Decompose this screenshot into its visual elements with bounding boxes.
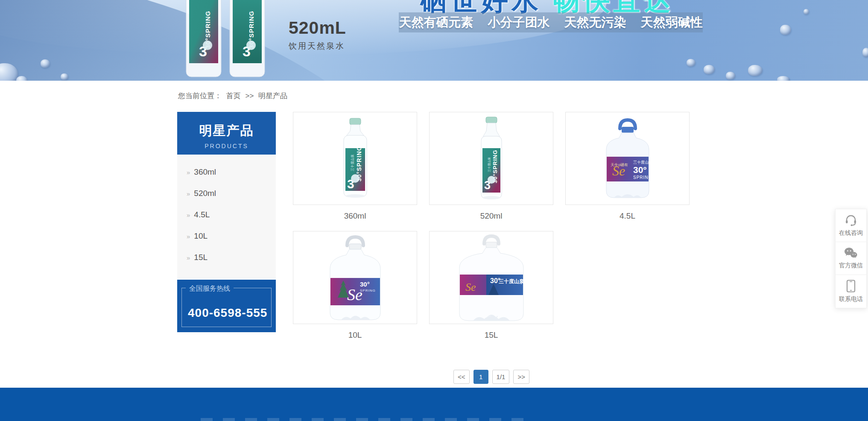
bottle-360ml-image: 30°SPRING 三十度山泉 3: [330, 117, 381, 200]
main-content: 明星产品 PRODUCTS »360ml »520ml »4.5L »10L »…: [177, 112, 690, 350]
sidebar-item-4-5l[interactable]: »4.5L: [177, 204, 276, 225]
feature-item: 小分子团水: [488, 14, 550, 31]
bottle-15l-image: Se 30° 三十度山泉: [451, 234, 532, 322]
hotline-label: 全国服务热线: [186, 284, 234, 293]
hotline-number: 400-6598-555: [188, 306, 267, 320]
phone-icon: [846, 280, 856, 292]
online-consult-label: 在线咨询: [839, 229, 863, 237]
wechat-icon: [844, 247, 858, 259]
sidebar-item-label: 4.5L: [194, 210, 210, 219]
banner-feature-bar: 天然有硒元素 小分子团水 天然无污染 天然弱碱性: [399, 12, 703, 32]
pagination: << 1 1/1 >>: [293, 370, 690, 384]
sidebar-title: 明星产品: [177, 112, 276, 140]
chevron-right-icon: »: [187, 233, 190, 240]
sidebar: 明星产品 PRODUCTS »360ml »520ml »4.5L »10L »…: [177, 112, 276, 332]
footer: [0, 388, 868, 421]
banner-bottles-image: 30°SPRING 3 30°SPRING 3: [183, 0, 268, 79]
sidebar-item-360ml[interactable]: »360ml: [177, 161, 276, 183]
sidebar-item-520ml[interactable]: »520ml: [177, 183, 276, 204]
product-grid: 30°SPRING 三十度山泉 3 360ml: [293, 112, 690, 350]
breadcrumb: 您当前位置： 首页 >> 明星产品: [0, 81, 868, 101]
chevron-right-icon: »: [187, 169, 190, 176]
product-name: 10L: [293, 324, 417, 350]
product-name: 360ml: [293, 205, 417, 231]
water-drop: [748, 65, 763, 76]
breadcrumb-label: 您当前位置：: [178, 92, 222, 100]
water-drop: [804, 9, 809, 15]
product-name: 4.5L: [565, 205, 690, 231]
sidebar-menu: »360ml »520ml »4.5L »10L »15L: [177, 155, 276, 278]
bottle-4-5l-image: Se 天生o硒有 三十度山泉 30° SPRING: [593, 116, 662, 201]
feature-item: 天然弱碱性: [641, 14, 703, 31]
banner-volume: 520mL: [289, 18, 346, 38]
product-image-360ml: 30°SPRING 三十度山泉 3: [293, 112, 417, 205]
sidebar-item-10l[interactable]: »10L: [177, 225, 276, 247]
sidebar-item-label: 360ml: [194, 167, 216, 176]
water-drop: [780, 25, 791, 35]
product-name: 15L: [429, 324, 553, 350]
pagination-first-button[interactable]: <<: [453, 370, 470, 384]
sidebar-item-15l[interactable]: »15L: [177, 247, 276, 268]
svg-text:SPRING: SPRING: [360, 289, 376, 292]
product-card-4-5l[interactable]: Se 天生o硒有 三十度山泉 30° SPRING 4.5L: [565, 112, 690, 231]
bottle-520ml-image: 30°SPRING 三十度山泉 3: [468, 116, 515, 201]
product-card-15l[interactable]: Se 30° 三十度山泉 15L: [429, 231, 553, 350]
hotline-panel: 全国服务热线 400-6598-555: [177, 280, 276, 332]
feature-item: 天然无污染: [564, 14, 626, 31]
banner-volume-caption: 饮用天然泉水: [289, 41, 346, 52]
product-image-520ml: 30°SPRING 三十度山泉 3: [429, 112, 553, 205]
banner-volume-block: 520mL 饮用天然泉水: [289, 18, 346, 52]
svg-text:天生o硒有: 天生o硒有: [611, 163, 628, 167]
svg-text:三十度山泉: 三十度山泉: [633, 160, 652, 164]
product-name: 520ml: [429, 205, 553, 231]
hero-banner: 硒世好水 畅快直达 30°SPRING 3 30°SPRING 3: [0, 0, 868, 81]
sidebar-item-label: 520ml: [194, 189, 216, 198]
svg-text:SPRING: SPRING: [633, 175, 652, 180]
breadcrumb-separator: >>: [245, 92, 254, 100]
online-consult-button[interactable]: 在线咨询: [836, 209, 866, 242]
chevron-right-icon: »: [187, 211, 190, 219]
sidebar-header: 明星产品 PRODUCTS: [177, 112, 276, 155]
footer-links-cutoff: [201, 418, 534, 421]
sidebar-subtitle: PRODUCTS: [177, 143, 276, 149]
svg-text:30°: 30°: [360, 281, 370, 288]
sidebar-item-label: 15L: [194, 253, 208, 262]
contact-phone-label: 联系电话: [839, 295, 863, 303]
floating-contact-bar: 在线咨询 官方微信 联系电话: [835, 209, 867, 308]
water-drop: [862, 48, 868, 57]
chevron-right-icon: »: [187, 190, 190, 197]
svg-text:三十度山泉: 三十度山泉: [488, 157, 491, 172]
water-drop: [704, 65, 715, 74]
product-image-15l: Se 30° 三十度山泉: [429, 231, 553, 324]
water-drop: [777, 76, 790, 81]
official-wechat-button[interactable]: 官方微信: [836, 242, 866, 275]
feature-item: 天然有硒元素: [399, 14, 473, 31]
water-drop: [687, 59, 696, 67]
water-drop: [726, 72, 735, 80]
product-image-10l: Se 30° SPRING: [293, 231, 417, 324]
pagination-info: 1/1: [492, 370, 510, 384]
chevron-right-icon: »: [187, 254, 190, 261]
svg-text:Se: Se: [465, 281, 476, 293]
product-image-4-5l: Se 天生o硒有 三十度山泉 30° SPRING: [565, 112, 690, 205]
pagination-page-1-button[interactable]: 1: [473, 370, 488, 384]
product-card-520ml[interactable]: 30°SPRING 三十度山泉 3 520ml: [429, 112, 553, 231]
page: 硒世好水 畅快直达 30°SPRING 3 30°SPRING 3: [0, 0, 868, 421]
bottle-10l-image: Se 30° SPRING: [319, 234, 392, 322]
pagination-last-button[interactable]: >>: [513, 370, 529, 384]
svg-text:三十度山泉: 三十度山泉: [499, 278, 524, 284]
breadcrumb-current: 明星产品: [258, 92, 287, 100]
svg-text:三十度山泉: 三十度山泉: [351, 154, 354, 171]
sidebar-item-label: 10L: [194, 231, 208, 240]
contact-phone-button[interactable]: 联系电话: [836, 275, 866, 308]
official-wechat-label: 官方微信: [839, 262, 863, 269]
headset-icon: [845, 214, 857, 226]
product-card-10l[interactable]: Se 30° SPRING 10L: [293, 231, 417, 350]
breadcrumb-home-link[interactable]: 首页: [226, 92, 241, 100]
svg-text:30°: 30°: [633, 165, 647, 175]
product-card-360ml[interactable]: 30°SPRING 三十度山泉 3 360ml: [293, 112, 417, 231]
